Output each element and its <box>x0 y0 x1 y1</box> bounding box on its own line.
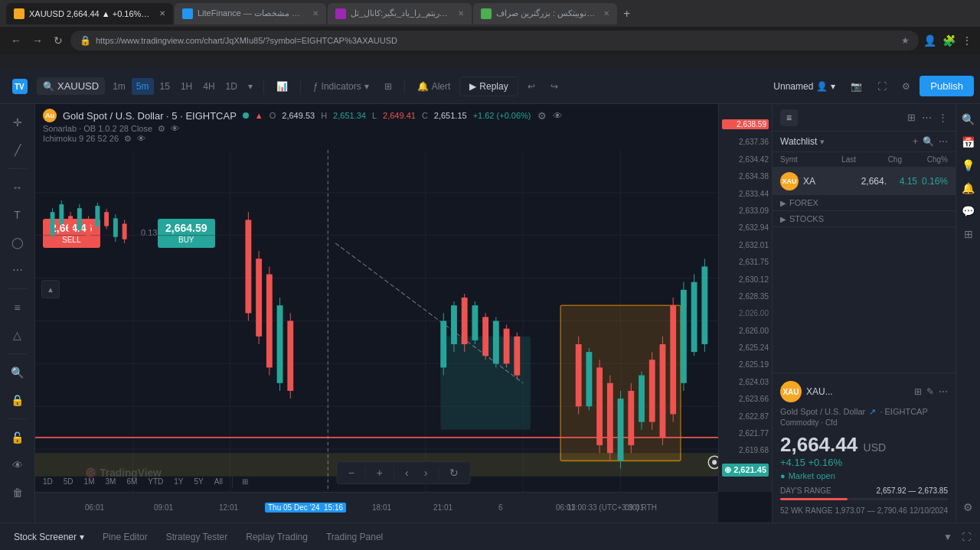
period-3m[interactable]: 3M <box>101 474 121 489</box>
tf-15[interactable]: 15 <box>155 78 175 95</box>
extensions-icon[interactable]: 🧩 <box>942 34 956 47</box>
text-tool[interactable]: T <box>5 203 30 227</box>
trash-tool[interactable]: 🗑 <box>5 480 30 505</box>
screenshot-button[interactable]: 📷 <box>844 78 868 95</box>
draw-line-tool[interactable]: ╱ <box>5 138 30 162</box>
tab-close-1[interactable]: ✕ <box>159 9 165 18</box>
sd-grid-icon[interactable]: ⊞ <box>914 386 922 397</box>
forward-button[interactable]: → <box>29 31 46 50</box>
period-1m[interactable]: 1M <box>80 474 100 489</box>
tf-5m[interactable]: 5m <box>132 78 154 95</box>
fullscreen-panel-button[interactable]: ⛶ <box>959 529 974 545</box>
watchlist-dropdown-icon[interactable]: ▾ <box>820 137 825 147</box>
watchlist-tab[interactable]: ≡ <box>780 109 798 126</box>
eye-tool[interactable]: 👁 <box>5 453 30 477</box>
watchlist-item-xauusd[interactable]: XAU XA 2,664. 4.15 0.16% <box>773 168 956 195</box>
indicator1-settings[interactable]: ⚙ <box>158 124 165 133</box>
panel-expand-icon[interactable]: ⋮ <box>938 112 948 123</box>
indicator2-eye[interactable]: 👁 <box>137 134 145 143</box>
tf-1h[interactable]: 1H <box>176 78 197 95</box>
zoom-tool[interactable]: 🔍 <box>5 360 30 385</box>
fr-idea-btn[interactable]: 💡 <box>959 156 978 174</box>
crosshair-tool[interactable]: ✛ <box>5 110 30 135</box>
profile-icon[interactable]: 👤 <box>923 34 936 47</box>
period-5y[interactable]: 5Y <box>190 474 208 489</box>
indicator2-settings[interactable]: ⚙ <box>124 134 132 143</box>
zoom-in-button[interactable]: + <box>372 465 387 480</box>
settings-button[interactable]: ⚙ <box>896 78 916 95</box>
chart-container[interactable]: Au Gold Spot / U.S. Dollar · 5 · EIGHTCA… <box>35 104 772 522</box>
stocks-section[interactable]: ▶ STOCKS <box>773 211 956 227</box>
collapse-top-button[interactable]: ▲ <box>41 280 60 298</box>
fr-chat-btn[interactable]: 💬 <box>959 202 978 220</box>
watchlist-search-icon[interactable]: 🔍 <box>923 136 934 147</box>
fib-tool[interactable]: ≡ <box>5 295 30 320</box>
new-tab-button[interactable]: + <box>619 7 635 21</box>
stock-screener-button[interactable]: Stock Screener ▾ <box>6 529 92 545</box>
replay-trading-button[interactable]: Replay Trading <box>238 529 315 545</box>
period-1y[interactable]: 1Y <box>169 474 188 489</box>
period-1d[interactable]: 1D <box>38 474 57 489</box>
tab-close-4[interactable]: ✕ <box>603 9 609 18</box>
zoom-next-button[interactable]: › <box>420 465 433 480</box>
indicators-button[interactable]: ƒ Indicators ▾ <box>307 78 375 95</box>
menu-icon[interactable]: ⋮ <box>962 34 972 47</box>
layers-icon[interactable]: ⊞ <box>907 112 916 123</box>
redo-button[interactable]: ↪ <box>544 78 564 95</box>
alert-button[interactable]: 🔔 Alert <box>411 78 457 95</box>
period-5d[interactable]: 5D <box>59 474 78 489</box>
magnet-tool[interactable]: 🔒 <box>5 388 30 412</box>
strategy-tester-button[interactable]: Strategy Tester <box>158 529 235 545</box>
fr-settings-btn[interactable]: ⚙ <box>960 498 976 516</box>
projection-tool[interactable]: ⋯ <box>5 258 30 282</box>
period-all[interactable]: All <box>210 474 227 489</box>
sd-edit-icon[interactable]: ✎ <box>926 386 934 397</box>
replay-button[interactable]: ▶ Replay <box>459 76 518 96</box>
compare-button[interactable]: ⊞ <box>237 474 253 489</box>
shape-tool[interactable]: ◯ <box>5 230 30 255</box>
templates-button[interactable]: ⊞ <box>378 78 398 95</box>
period-ytd[interactable]: YTD <box>143 474 168 489</box>
forex-section[interactable]: ▶ FOREX <box>773 195 956 211</box>
collapse-panel-button[interactable]: ▼ <box>940 529 956 545</box>
lock-tool[interactable]: 🔓 <box>5 425 30 450</box>
fr-search-btn[interactable]: 🔍 <box>959 110 978 129</box>
sd-link-icon[interactable]: ↗ <box>869 407 876 416</box>
tf-dropdown[interactable]: ▾ <box>243 78 257 95</box>
unnamed-button[interactable]: Unnamed 👤 ▾ <box>767 78 841 95</box>
sd-more-icon[interactable]: ⋯ <box>939 386 948 397</box>
zoom-out-button[interactable]: − <box>344 465 359 480</box>
watchlist-more-icon[interactable]: ⋯ <box>939 136 948 147</box>
tab-2[interactable]: LiteFinance — تایید مشخصات ✕ <box>175 3 326 24</box>
fr-calendar-btn[interactable]: 📅 <box>959 133 978 151</box>
tab-close-2[interactable]: ✕ <box>312 9 318 18</box>
publish-button[interactable]: Publish <box>920 76 974 96</box>
pattern-tool[interactable]: △ <box>5 323 30 347</box>
tab-1[interactable]: XAUUSD 2,664.44 ▲ +0.16% Un... ✕ <box>6 3 173 24</box>
symbol-search[interactable]: 🔍 XAUUSD <box>37 77 105 95</box>
undo-button[interactable]: ↩ <box>521 78 541 95</box>
period-6m[interactable]: 6M <box>122 474 142 489</box>
trading-panel-button[interactable]: Trading Panel <box>318 529 390 545</box>
fullscreen-button[interactable]: ⛶ <box>871 78 893 95</box>
back-button[interactable]: ← <box>8 31 24 50</box>
chart-type-button[interactable]: 📊 <box>270 78 294 95</box>
panel-more-icon[interactable]: ⋯ <box>922 112 932 123</box>
zoom-reset-button[interactable]: ↻ <box>445 465 463 480</box>
tab-close-3[interactable]: ✕ <box>458 9 464 18</box>
indicator-eye-icon[interactable]: 👁 <box>553 110 563 122</box>
indicator1-eye[interactable]: 👁 <box>171 124 179 133</box>
refresh-button[interactable]: ↻ <box>51 31 66 50</box>
measure-tool[interactable]: ↔ <box>5 175 30 200</box>
tab-4[interactable]: صرافی نوبیتکس : بزرگترین صراف... ✕ <box>473 3 617 24</box>
fr-alert-btn[interactable]: 🔔 <box>959 179 978 197</box>
pine-editor-button[interactable]: Pine Editor <box>95 529 155 545</box>
url-bar[interactable]: 🔒 https://www.tradingview.com/chart/JqXM… <box>70 31 919 50</box>
fr-layers-btn[interactable]: ⊞ <box>961 225 976 243</box>
tf-1d[interactable]: 1D <box>221 78 242 95</box>
tf-4h[interactable]: 4H <box>198 78 219 95</box>
watchlist-add-icon[interactable]: + <box>913 136 918 147</box>
zoom-prev-button[interactable]: ‹ <box>400 465 413 480</box>
tf-1m[interactable]: 1m <box>108 78 130 95</box>
indicator-settings-icon[interactable]: ⚙ <box>537 110 547 122</box>
